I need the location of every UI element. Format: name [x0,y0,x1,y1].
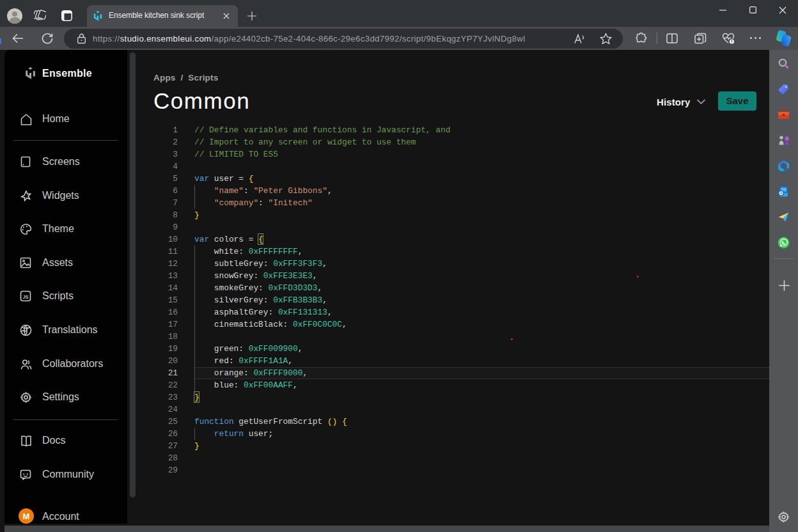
svg-text:JS: JS [22,294,28,300]
